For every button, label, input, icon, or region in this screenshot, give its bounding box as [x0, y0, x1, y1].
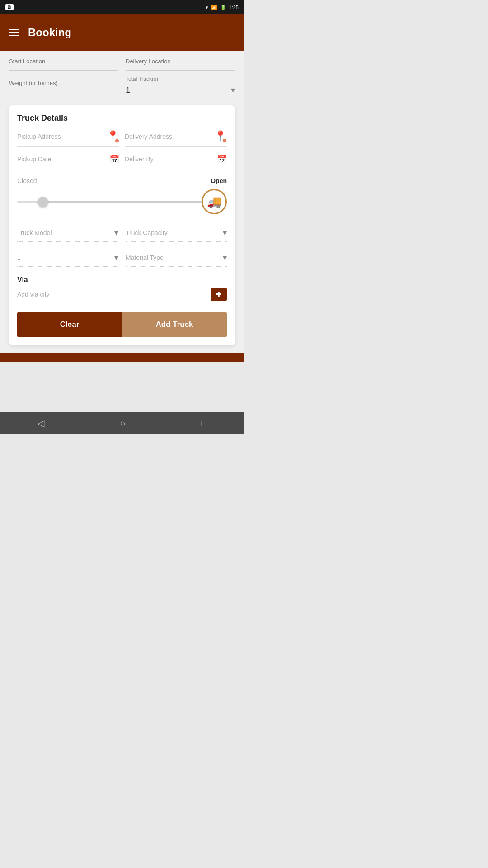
bottom-nav-bar: ◁ ○ □ — [0, 412, 244, 434]
quantity-dropdown[interactable]: 1 ▾ — [17, 249, 118, 267]
pickup-date-field[interactable]: Pickup Date 📅 — [17, 154, 119, 168]
hamburger-line — [9, 32, 19, 33]
page-title: Booking — [28, 26, 71, 39]
status-bar-left: 🖼 — [5, 4, 14, 10]
truck-model-label: Truck Model — [17, 229, 52, 236]
total-trucks-label: Total Truck(s) — [126, 76, 235, 82]
delivery-heart-dot — [222, 138, 227, 143]
truck-model-chevron-icon: ▾ — [114, 228, 118, 238]
delivery-location-value[interactable] — [126, 66, 235, 71]
back-button[interactable]: ◁ — [38, 418, 44, 429]
material-type-group: Material Type ▾ — [126, 249, 227, 267]
material-type-label: Material Type — [126, 254, 164, 261]
pickup-location-icon: 📍 — [107, 130, 119, 143]
open-closed-slider: Closed Open 🚚 — [17, 177, 227, 215]
add-via-city-label: Add via city — [17, 291, 50, 298]
material-type-dropdown[interactable]: Material Type ▾ — [126, 249, 227, 267]
truck-model-group: Truck Model ▾ — [17, 224, 118, 242]
via-input-row: Add via city ✚ — [17, 288, 227, 305]
pickup-address-label: Pickup Address — [17, 133, 61, 140]
via-section: Via Add via city ✚ — [17, 276, 227, 305]
signal-icon: 📶 — [211, 5, 217, 10]
main-content: Start Location Delivery Location Weight … — [0, 51, 244, 353]
via-title: Via — [17, 276, 227, 284]
total-trucks-value: 1 — [126, 85, 130, 95]
clear-button[interactable]: Clear — [17, 312, 122, 337]
truck-dropdowns-row: Truck Model ▾ Truck Capacity ▾ — [17, 224, 227, 242]
add-truck-button[interactable]: Add Truck — [122, 312, 227, 337]
status-bar-right: ▾ 📶 🔋 1:25 — [206, 5, 239, 10]
truck-capacity-label: Truck Capacity — [126, 229, 168, 236]
deliver-by-label: Deliver By — [125, 156, 154, 163]
pickup-heart-dot — [115, 138, 119, 143]
slider-track-container[interactable]: 🚚 — [17, 188, 227, 215]
hamburger-line — [9, 29, 19, 30]
pickup-address-field[interactable]: Pickup Address 📍 — [17, 130, 119, 147]
delivery-location-label: Delivery Location — [126, 58, 235, 65]
truck-details-card: Truck Details Pickup Address 📍 Delivery … — [9, 105, 235, 345]
start-location-group: Start Location — [9, 58, 118, 71]
status-bar: 🖼 ▾ 📶 🔋 1:25 — [0, 0, 244, 14]
hamburger-line — [9, 35, 19, 36]
recent-apps-button[interactable]: □ — [201, 418, 206, 429]
truck-model-dropdown[interactable]: Truck Model ▾ — [17, 224, 118, 242]
time-display: 1:25 — [229, 5, 239, 10]
action-buttons: Clear Add Truck — [17, 312, 227, 337]
date-row: Pickup Date 📅 Deliver By 📅 — [17, 154, 227, 168]
location-row: Start Location Delivery Location — [9, 58, 235, 71]
slider-fill — [42, 201, 227, 203]
truck-capacity-chevron-icon: ▾ — [223, 228, 227, 238]
app-header: Booking — [0, 14, 244, 51]
closed-label: Closed — [17, 177, 37, 184]
address-row: Pickup Address 📍 Delivery Address 📍 — [17, 130, 227, 147]
card-title: Truck Details — [17, 113, 227, 123]
slider-labels: Closed Open — [17, 177, 227, 184]
total-trucks-group: Total Truck(s) 1 ▾ — [126, 76, 235, 98]
total-trucks-dropdown[interactable]: 1 ▾ — [126, 82, 235, 98]
delivery-address-field[interactable]: Delivery Address 📍 — [125, 130, 227, 147]
weight-label: Weight (in Tonnes) — [9, 76, 118, 98]
open-label: Open — [211, 177, 227, 184]
start-location-label: Start Location — [9, 58, 118, 65]
home-button[interactable]: ○ — [120, 418, 125, 429]
start-location-value[interactable] — [9, 66, 118, 71]
material-type-chevron-icon: ▾ — [223, 253, 227, 263]
battery-icon: 🔋 — [220, 5, 226, 10]
deliver-by-calendar-icon: 📅 — [217, 154, 227, 164]
quantity-chevron-icon: ▾ — [114, 253, 118, 263]
truck-thumb-icon[interactable]: 🚚 — [202, 189, 227, 214]
truck-capacity-dropdown[interactable]: Truck Capacity ▾ — [126, 224, 227, 242]
quantity-group: 1 ▾ — [17, 249, 118, 267]
trucks-chevron-icon: ▾ — [231, 85, 235, 95]
truck-capacity-group: Truck Capacity ▾ — [126, 224, 227, 242]
delivery-location-group: Delivery Location — [126, 58, 235, 71]
add-via-button[interactable]: ✚ — [211, 288, 227, 301]
red-strip — [0, 353, 244, 362]
deliver-by-field[interactable]: Deliver By 📅 — [125, 154, 227, 168]
photo-icon: 🖼 — [5, 4, 14, 10]
pickup-date-label: Pickup Date — [17, 156, 51, 163]
pickup-calendar-icon: 📅 — [109, 154, 119, 164]
slider-thumb-left[interactable] — [38, 197, 48, 207]
add-via-plus-icon: ✚ — [216, 291, 221, 298]
quantity-material-row: 1 ▾ Material Type ▾ — [17, 249, 227, 267]
weight-trucks-row: Weight (in Tonnes) Total Truck(s) 1 ▾ — [9, 76, 235, 98]
slider-track — [17, 201, 227, 203]
wifi-icon: ▾ — [206, 5, 208, 10]
quantity-value: 1 — [17, 254, 21, 261]
delivery-location-icon: 📍 — [214, 130, 227, 143]
delivery-address-label: Delivery Address — [125, 133, 172, 140]
hamburger-menu[interactable] — [9, 29, 19, 36]
